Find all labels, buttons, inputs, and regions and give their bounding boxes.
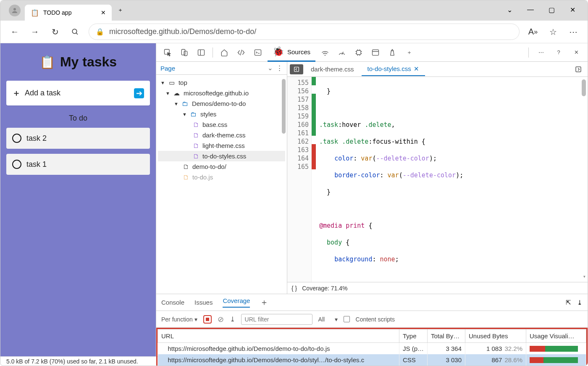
close-icon[interactable]: ✕ xyxy=(101,9,106,16)
code-pane: dark-theme.css to-do-styles.css✕ 1551561… xyxy=(287,62,588,294)
close-devtools-icon[interactable]: ✕ xyxy=(569,45,583,60)
clear-icon[interactable]: ⊘ xyxy=(218,315,224,324)
lock-icon: 🔒 xyxy=(96,28,104,36)
read-aloud-icon[interactable]: A» xyxy=(526,25,540,39)
task-item[interactable]: task 2 xyxy=(6,128,150,149)
record-button[interactable] xyxy=(203,315,212,324)
performance-icon[interactable] xyxy=(335,45,349,60)
url-text: microsoftedge.github.io/Demos/demo-to-do… xyxy=(109,27,256,36)
col-unused[interactable]: Unused Bytes xyxy=(465,329,526,343)
pretty-print-icon[interactable]: { } xyxy=(291,285,297,292)
elements-icon[interactable] xyxy=(234,45,248,60)
memory-icon[interactable] xyxy=(352,45,366,60)
page-tab-label[interactable]: Page xyxy=(160,65,175,72)
chevron-down-icon[interactable]: ⌄ xyxy=(268,64,273,72)
svg-rect-4 xyxy=(181,49,185,55)
nav-files-icon[interactable] xyxy=(290,64,303,74)
close-icon: ✕ xyxy=(414,65,419,73)
drawer-tab-console[interactable]: Console xyxy=(161,299,184,306)
inspect-icon[interactable] xyxy=(160,45,175,60)
search-icon[interactable] xyxy=(68,25,82,39)
collapse-drawer-icon[interactable]: ⤓ xyxy=(577,299,583,306)
welcome-icon[interactable] xyxy=(217,45,231,60)
radio-icon[interactable] xyxy=(12,134,21,143)
dock-icon[interactable] xyxy=(194,45,208,60)
type-filter[interactable]: All ▾ xyxy=(318,316,338,323)
clipboard-icon: 📋 xyxy=(39,55,55,69)
coverage-status: Coverage: 71.4% xyxy=(302,285,347,292)
kebab-icon[interactable]: ⋯ xyxy=(534,45,548,60)
col-url[interactable]: URL xyxy=(158,329,399,343)
scrollbar[interactable] xyxy=(582,79,586,96)
svg-rect-13 xyxy=(294,67,299,71)
kebab-icon[interactable]: ⋮ xyxy=(276,64,283,72)
close-window-button[interactable]: ✕ xyxy=(566,3,579,16)
col-total[interactable]: Total By… xyxy=(428,329,465,343)
editor-status: { } Coverage: 71.4% xyxy=(287,282,588,294)
export-icon[interactable]: ⤓ xyxy=(230,315,235,323)
task-label: task 2 xyxy=(26,134,47,143)
code-tab[interactable]: to-do-styles.css✕ xyxy=(362,63,425,76)
application-icon[interactable] xyxy=(368,45,383,60)
chevron-down-icon[interactable]: ⌄ xyxy=(503,3,516,16)
table-row[interactable]: https://microsoftedge.github.io/Demos/de… xyxy=(158,343,586,355)
address-bar: ← → ↻ 🔒 microsoftedge.github.io/Demos/de… xyxy=(0,21,588,43)
per-function-select[interactable]: Per function ▾ xyxy=(161,316,197,323)
code-tab[interactable]: dark-theme.css xyxy=(305,63,360,75)
add-task-input[interactable]: ＋ Add a task ➔ xyxy=(6,81,150,105)
network-icon[interactable] xyxy=(318,45,332,60)
url-filter-input[interactable] xyxy=(241,314,312,325)
more-panels-icon[interactable]: ＋ xyxy=(402,45,416,60)
lighthouse-icon[interactable] xyxy=(385,45,399,60)
settings-icon[interactable]: ⋯ xyxy=(567,25,580,39)
svg-point-1 xyxy=(72,29,77,34)
file-tree[interactable]: ▼▭top ▼☁microsoftedge.github.io ▼🗀Demos/… xyxy=(156,75,287,185)
forward-button[interactable]: → xyxy=(28,25,42,39)
svg-rect-10 xyxy=(357,50,361,55)
refresh-button[interactable]: ↻ xyxy=(48,25,62,39)
profile-avatar[interactable] xyxy=(9,5,21,16)
new-tab-button[interactable]: ＋ xyxy=(114,3,126,17)
window-controls: ⌄ — ▢ ✕ xyxy=(503,3,588,21)
drawer-tab-issues[interactable]: Issues xyxy=(194,299,213,306)
tab-title: TODO app xyxy=(43,9,71,16)
favorite-icon[interactable]: ☆ xyxy=(546,25,560,39)
more-tabs-icon[interactable] xyxy=(572,66,585,73)
task-label: task 1 xyxy=(26,160,47,169)
radio-icon[interactable] xyxy=(12,160,21,169)
scrollbar[interactable] xyxy=(282,79,286,134)
add-drawer-tab-icon[interactable]: ＋ xyxy=(260,297,268,308)
content-scripts-checkbox[interactable] xyxy=(344,316,350,322)
svg-rect-8 xyxy=(255,50,261,55)
expand-drawer-icon[interactable]: ⇱ xyxy=(566,299,571,306)
help-icon[interactable]: ? xyxy=(551,45,566,60)
task-item[interactable]: task 1 xyxy=(6,154,150,175)
coverage-table[interactable]: URL Type Total By… Unused Bytes Usage Vi… xyxy=(158,329,586,366)
devtools-toolbar: 🐞 Sources ＋ ⋯ ? ✕ xyxy=(156,43,588,62)
browser-tab[interactable]: 📋 TODO app ✕ xyxy=(25,5,112,21)
sources-tab-label: Sources xyxy=(287,48,310,55)
code-editor[interactable]: 155156157158159160161162163164165 } .tas… xyxy=(287,77,588,282)
submit-icon[interactable]: ➔ xyxy=(134,88,144,98)
add-task-label: Add a task xyxy=(25,89,60,97)
browser-titlebar: 📋 TODO app ✕ ＋ ⌄ — ▢ ✕ xyxy=(0,0,588,21)
bug-icon: 🐞 xyxy=(273,46,284,57)
col-type[interactable]: Type xyxy=(399,329,428,343)
app-title: My tasks xyxy=(60,54,117,70)
back-button[interactable]: ← xyxy=(8,25,21,39)
drawer-tab-coverage[interactable]: Coverage xyxy=(223,297,250,308)
sources-tab[interactable]: 🐞 Sources xyxy=(268,43,315,62)
console-icon[interactable] xyxy=(251,45,265,60)
svg-line-2 xyxy=(76,33,78,34)
tab-favicon: 📋 xyxy=(31,9,39,17)
minimize-button[interactable]: — xyxy=(524,3,537,16)
table-row[interactable]: https://microsoftedge.github.io/Demos/de… xyxy=(158,354,586,366)
maximize-button[interactable]: ▢ xyxy=(545,3,558,16)
line-gutter: 155156157158159160161162163164165 xyxy=(287,77,312,282)
content-scripts-label: Content scripts xyxy=(356,316,395,323)
scroll-down-icon[interactable]: ▾ xyxy=(583,274,586,279)
col-viz[interactable]: Usage Visuali… xyxy=(526,329,586,343)
svg-rect-11 xyxy=(373,50,379,55)
url-field[interactable]: 🔒 microsoftedge.github.io/Demos/demo-to-… xyxy=(89,24,520,40)
device-icon[interactable] xyxy=(177,45,192,60)
